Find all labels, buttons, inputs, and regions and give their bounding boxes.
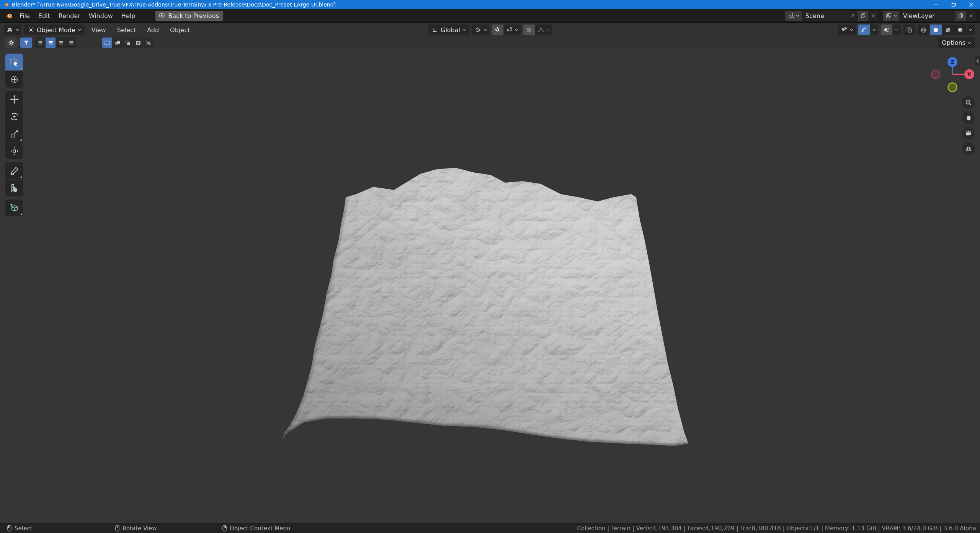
select-mode-intersect-button[interactable] bbox=[144, 38, 154, 48]
filter-button[interactable] bbox=[20, 38, 32, 48]
show-overlays-toggle[interactable] bbox=[881, 25, 892, 35]
topbar: File Edit Render Window Help Back to Pre… bbox=[0, 9, 980, 22]
scene-icon bbox=[787, 12, 795, 20]
shading-rendered-button[interactable] bbox=[954, 25, 966, 35]
chevron-down-icon bbox=[872, 29, 876, 31]
zoom-view-button[interactable] bbox=[962, 96, 975, 109]
menu-window[interactable]: Window bbox=[85, 10, 117, 21]
pivot-icon bbox=[474, 26, 481, 33]
viewport-3d[interactable]: Z X bbox=[0, 49, 980, 523]
xray-toggle[interactable] bbox=[903, 25, 915, 35]
perspective-ortho-button[interactable] bbox=[962, 142, 975, 155]
tool-annotate[interactable] bbox=[5, 162, 23, 179]
shading-material-button[interactable] bbox=[942, 25, 954, 35]
menu-edit[interactable]: Edit bbox=[34, 10, 54, 21]
restore-button[interactable] bbox=[945, 0, 962, 9]
pan-view-button[interactable] bbox=[962, 111, 975, 124]
close-button[interactable] bbox=[962, 0, 980, 9]
hint-context-menu: Object Context Menu bbox=[222, 525, 290, 532]
minimize-button[interactable] bbox=[927, 0, 945, 9]
scene-browse-button[interactable] bbox=[785, 11, 802, 21]
select-mode-subtract-button[interactable] bbox=[123, 38, 133, 48]
pivot-point-selector[interactable] bbox=[472, 25, 489, 35]
menu-select[interactable]: Select bbox=[113, 25, 140, 35]
status-bar: Select Rotate View Object Context Menu C… bbox=[0, 523, 980, 533]
menu-view[interactable]: View bbox=[87, 25, 110, 35]
tool-rotate[interactable] bbox=[5, 108, 23, 125]
bars-option-3-button[interactable] bbox=[56, 38, 66, 48]
viewport-header: Object Mode View Select Add Object Globa… bbox=[0, 22, 980, 36]
snap-toggle[interactable] bbox=[492, 25, 503, 35]
magnifier-plus-icon bbox=[965, 99, 972, 106]
tool-scale[interactable] bbox=[5, 125, 23, 142]
select-mode-extend-button[interactable] bbox=[113, 38, 122, 48]
remove-view-layer-button[interactable] bbox=[966, 11, 976, 21]
menu-file[interactable]: File bbox=[15, 10, 34, 21]
tool-select-box[interactable] bbox=[5, 54, 23, 70]
sidebar-toggle[interactable] bbox=[975, 56, 980, 66]
close-x-icon bbox=[969, 13, 973, 18]
tool-cursor[interactable] bbox=[5, 71, 23, 88]
middle-mouse-icon bbox=[115, 525, 120, 532]
tool-settings-gear-button[interactable] bbox=[5, 38, 17, 48]
terrain-mesh[interactable] bbox=[0, 49, 980, 523]
navigation-gizmo[interactable]: Z X bbox=[927, 50, 978, 94]
camera-icon bbox=[965, 129, 972, 137]
tool-move[interactable] bbox=[5, 91, 23, 108]
select-mode-set-button[interactable] bbox=[102, 38, 112, 48]
view-layer-icon bbox=[885, 12, 892, 20]
gizmo-axis-y[interactable] bbox=[948, 83, 957, 92]
transform-icon bbox=[9, 146, 20, 156]
overlays-options-button[interactable] bbox=[893, 25, 901, 35]
back-to-previous-button[interactable]: Back to Previous bbox=[155, 11, 223, 21]
tool-measure[interactable] bbox=[5, 180, 23, 196]
object-type-visibility-button[interactable] bbox=[838, 25, 856, 35]
proportional-editing-toggle[interactable] bbox=[523, 25, 535, 35]
show-gizmo-toggle[interactable] bbox=[858, 25, 870, 35]
scale-icon bbox=[9, 129, 20, 139]
tool-shelf bbox=[5, 54, 23, 216]
wireframe-sphere-icon bbox=[920, 26, 927, 34]
transform-orientation-selector[interactable]: Global bbox=[428, 25, 469, 35]
chevron-down-icon bbox=[895, 29, 898, 31]
view-layer-browse-button[interactable] bbox=[883, 11, 899, 21]
annotate-pen-icon bbox=[9, 166, 20, 176]
menu-object[interactable]: Object bbox=[166, 25, 194, 35]
menu-add[interactable]: Add bbox=[143, 25, 163, 35]
select-extend-icon bbox=[114, 39, 121, 46]
new-scene-button[interactable] bbox=[858, 11, 868, 21]
bars-option-1-button[interactable] bbox=[35, 38, 45, 48]
bars-icon bbox=[47, 39, 54, 46]
bars-option-2-button[interactable] bbox=[46, 38, 56, 48]
shading-solid-button[interactable] bbox=[930, 25, 942, 35]
blender-menu-logo-icon[interactable] bbox=[5, 11, 13, 20]
select-mode-invert-button[interactable] bbox=[133, 38, 143, 48]
bars-option-4-button[interactable] bbox=[66, 38, 76, 48]
tool-options-button[interactable]: Options bbox=[938, 38, 975, 48]
menu-help[interactable]: Help bbox=[117, 10, 139, 21]
unlink-scene-button[interactable] bbox=[868, 11, 879, 21]
shading-options-button[interactable] bbox=[967, 25, 975, 35]
hand-icon bbox=[965, 114, 972, 122]
mode-selector[interactable]: Object Mode bbox=[24, 25, 85, 35]
select-invert-icon bbox=[135, 39, 142, 46]
tool-add-cube[interactable] bbox=[5, 199, 23, 216]
gizmo-options-button[interactable] bbox=[870, 25, 878, 35]
gizmo-axis-neg-x[interactable] bbox=[931, 70, 940, 79]
right-mouse-icon bbox=[222, 525, 227, 532]
proportional-falloff-selector[interactable] bbox=[535, 25, 552, 35]
menu-render[interactable]: Render bbox=[54, 10, 85, 21]
pin-scene-button[interactable] bbox=[849, 11, 858, 21]
shading-wireframe-button[interactable] bbox=[918, 25, 929, 35]
tool-transform[interactable] bbox=[5, 142, 23, 159]
chevron-down-icon bbox=[16, 29, 19, 31]
camera-view-button[interactable] bbox=[962, 127, 975, 140]
new-view-layer-button[interactable] bbox=[956, 11, 966, 21]
scene-name[interactable]: Scene bbox=[802, 11, 849, 21]
chevron-down-icon bbox=[850, 29, 853, 31]
view-layer-name[interactable]: ViewLayer bbox=[899, 11, 956, 21]
snap-target-selector[interactable] bbox=[504, 25, 521, 35]
gizmo-icon bbox=[861, 26, 867, 33]
select-subtract-icon bbox=[124, 39, 131, 46]
editor-type-button[interactable] bbox=[4, 25, 21, 35]
